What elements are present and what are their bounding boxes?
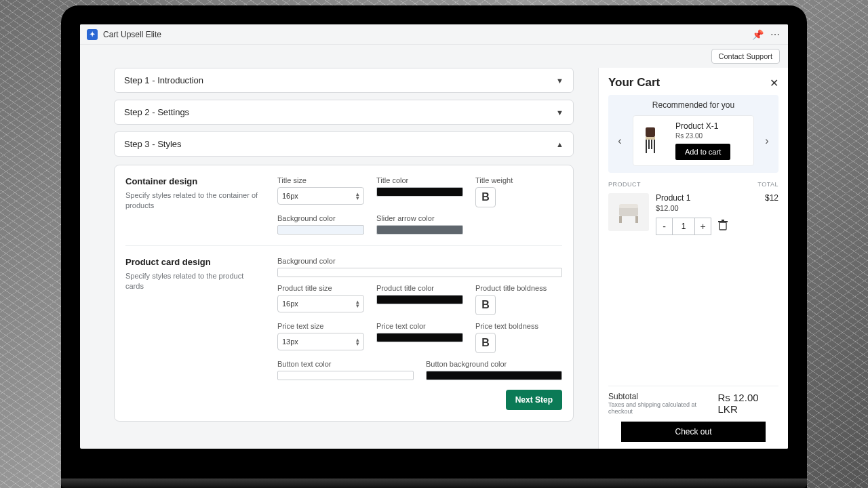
title-color-label: Title color (376, 176, 463, 184)
carousel-next-icon[interactable]: › (761, 135, 773, 147)
price-size-select[interactable]: 13px ▴▾ (277, 333, 364, 350)
svg-rect-11 (718, 221, 728, 222)
container-design-heading: Container design (125, 176, 261, 186)
step-3-panel: Container design Specify styles related … (114, 165, 574, 422)
title-weight-bold-toggle[interactable]: B (475, 187, 496, 207)
subtotal-label: Subtotal (608, 392, 718, 401)
subtotal-value: Rs 12.00 LKR (718, 392, 778, 415)
btn-text-color-swatch[interactable] (277, 371, 414, 380)
step-1-header[interactable]: Step 1 - Introduction ▼ (114, 68, 574, 93)
recommended-card: Product X-1 Rs 23.00 Add to cart (633, 115, 754, 166)
chevron-down-icon: ▼ (556, 108, 564, 117)
next-step-button[interactable]: Next Step (506, 390, 562, 410)
ptitle-color-label: Product title color (376, 284, 463, 292)
step-3-header[interactable]: Step 3 - Styles ▲ (114, 131, 574, 157)
title-size-label: Title size (277, 176, 364, 184)
line-item-name: Product 1 (656, 193, 758, 203)
chevron-up-icon: ▲ (556, 140, 564, 148)
title-weight-label: Title weight (475, 176, 562, 184)
stepper-icon: ▴▾ (356, 338, 359, 346)
ptitle-bold-label: Product title boldness (475, 284, 562, 292)
recommended-product-price: Rs 23.00 (675, 132, 748, 140)
btn-bg-label: Button background color (426, 360, 562, 368)
step-1-label: Step 1 - Introduction (124, 75, 203, 85)
line-item-unit-price: $12.00 (656, 204, 758, 212)
recommended-title: Recommended for you (614, 100, 773, 110)
cart-line-item: Product 1 $12.00 - 1 + (608, 193, 778, 235)
step-2-label: Step 2 - Settings (124, 107, 189, 117)
product-thumbnail (639, 125, 669, 157)
divider (125, 245, 562, 246)
toolbar: Contact Support (80, 45, 788, 68)
price-bold-label: Price text boldness (475, 322, 562, 330)
steps-column: Step 1 - Introduction ▼ Step 2 - Setting… (80, 68, 586, 449)
price-size-label: Price text size (277, 322, 364, 330)
btn-text-color-label: Button text color (277, 360, 414, 368)
ptitle-size-select[interactable]: 16px ▴▾ (277, 295, 364, 312)
svg-rect-5 (651, 140, 652, 149)
price-color-swatch[interactable] (376, 333, 463, 342)
product-card-heading: Product card design (125, 257, 261, 267)
svg-rect-2 (646, 140, 647, 153)
more-icon[interactable]: ⋯ (769, 28, 781, 41)
cart-panel: Your Cart ✕ Recommended for you ‹ (598, 68, 788, 449)
titlebar: ✦ Cart Upsell Elite 📌 ⋯ (80, 24, 788, 45)
step-2-header[interactable]: Step 2 - Settings ▼ (114, 100, 574, 125)
app-title: Cart Upsell Elite (103, 30, 161, 39)
app-screen: ✦ Cart Upsell Elite 📌 ⋯ Contact Support … (80, 24, 788, 449)
qty-decrease-button[interactable]: - (656, 218, 673, 235)
btn-bg-swatch[interactable] (426, 371, 562, 380)
col-product-label: PRODUCT (608, 181, 641, 188)
title-color-swatch[interactable] (376, 187, 463, 197)
qty-increase-button[interactable]: + (694, 218, 711, 235)
svg-rect-12 (722, 220, 724, 221)
svg-rect-8 (619, 216, 622, 223)
container-design-desc: Specify styles related to the container … (125, 190, 261, 211)
price-color-label: Price text color (376, 322, 463, 330)
line-item-thumbnail (608, 193, 649, 231)
title-size-select[interactable]: 16px ▴▾ (277, 187, 364, 205)
add-to-cart-button[interactable]: Add to cart (675, 144, 730, 160)
ptitle-size-value: 16px (282, 300, 298, 308)
subtotal-row: Subtotal Taxes and shipping calculated a… (608, 386, 778, 415)
slider-arrow-color-swatch[interactable] (376, 225, 463, 235)
subtotal-note: Taxes and shipping calculated at checkou… (608, 401, 718, 415)
bg-color-label: Background color (277, 214, 364, 222)
svg-rect-4 (648, 140, 650, 149)
recommended-product-name: Product X-1 (675, 121, 748, 131)
ptitle-color-swatch[interactable] (376, 295, 463, 304)
qty-value: 1 (673, 218, 694, 235)
pin-icon[interactable]: 📌 (751, 28, 764, 41)
recommended-section: Recommended for you ‹ (608, 95, 778, 173)
app-icon: ✦ (87, 29, 98, 40)
close-icon[interactable]: ✕ (770, 77, 778, 89)
trash-icon[interactable] (718, 220, 728, 233)
svg-rect-9 (635, 216, 638, 223)
slider-arrow-color-label: Slider arrow color (376, 214, 463, 222)
card-bg-swatch[interactable] (277, 268, 562, 277)
cart-title: Your Cart (608, 76, 660, 89)
svg-rect-3 (654, 140, 655, 153)
laptop-base (61, 479, 807, 488)
svg-rect-7 (619, 204, 638, 208)
chevron-down-icon: ▼ (556, 77, 564, 85)
checkout-button[interactable]: Check out (621, 422, 766, 442)
stepper-icon: ▴▾ (356, 300, 359, 308)
bg-color-swatch[interactable] (277, 225, 364, 235)
price-bold-toggle[interactable]: B (475, 333, 496, 353)
svg-rect-0 (646, 127, 655, 137)
svg-rect-1 (646, 137, 655, 140)
ptitle-size-label: Product title size (277, 284, 364, 292)
line-item-total: $12 (765, 193, 778, 203)
contact-support-button[interactable]: Contact Support (711, 49, 781, 64)
svg-rect-10 (719, 222, 726, 230)
title-size-value: 16px (282, 192, 298, 200)
stepper-icon: ▴▾ (356, 192, 359, 201)
carousel-prev-icon[interactable]: ‹ (614, 135, 626, 147)
step-3-label: Step 3 - Styles (124, 139, 182, 149)
col-total-label: TOTAL (757, 181, 778, 188)
product-card-desc: Specify styles related to the product ca… (125, 271, 261, 292)
laptop-frame: ✦ Cart Upsell Elite 📌 ⋯ Contact Support … (61, 5, 807, 488)
ptitle-bold-toggle[interactable]: B (475, 295, 496, 315)
quantity-stepper: - 1 + (656, 218, 711, 235)
